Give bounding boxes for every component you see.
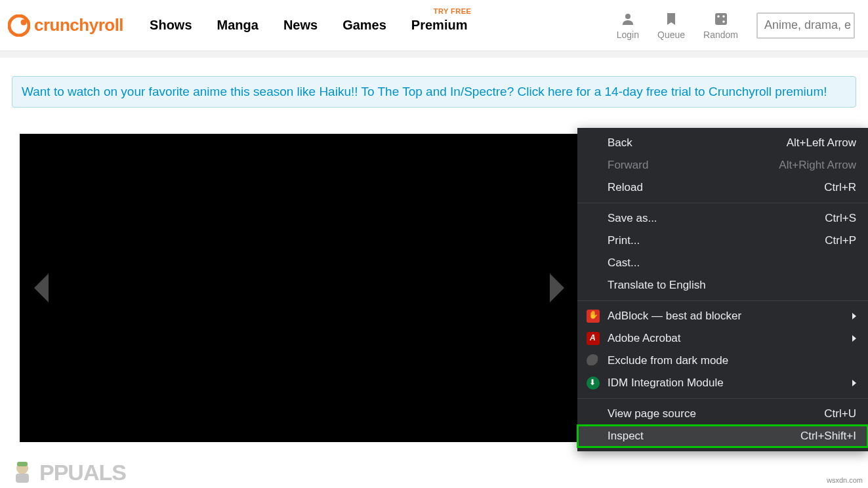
dark-mode-icon <box>587 354 600 367</box>
ctx-save-as-shortcut: Ctrl+S <box>825 212 856 225</box>
ctx-acrobat-label: Adobe Acrobat <box>608 332 681 345</box>
brand-logo[interactable]: crunchyroll <box>8 14 123 37</box>
submenu-arrow-icon <box>852 380 856 386</box>
ctx-inspect[interactable]: Inspect Ctrl+Shift+I <box>577 425 868 447</box>
ctx-save-as[interactable]: Save as... Ctrl+S <box>577 207 868 230</box>
ctx-reload-shortcut: Ctrl+R <box>824 181 856 194</box>
nav-premium-label: Premium <box>411 18 468 32</box>
ctx-idm-label: IDM Integration Module <box>608 376 724 390</box>
svg-rect-3 <box>715 13 727 25</box>
ctx-dark-label: Exclude from dark mode <box>608 354 728 367</box>
submenu-arrow-icon <box>852 313 856 319</box>
random-label: Random <box>703 30 738 40</box>
svg-point-2 <box>625 14 630 19</box>
ctx-acrobat[interactable]: Adobe Acrobat <box>577 327 868 350</box>
ctx-idm[interactable]: IDM Integration Module <box>577 372 868 394</box>
ctx-inspect-shortcut: Ctrl+Shift+I <box>800 430 856 443</box>
nav-shows[interactable]: Shows <box>150 18 192 33</box>
login-button[interactable]: Login <box>617 11 639 40</box>
sub-header-strip <box>0 51 868 58</box>
ctx-translate[interactable]: Translate to English <box>577 274 868 296</box>
ctx-separator <box>577 300 868 301</box>
ctx-back[interactable]: Back Alt+Left Arrow <box>577 132 868 154</box>
ctx-separator <box>577 398 868 399</box>
ctx-translate-label: Translate to English <box>608 279 706 292</box>
search-placeholder: Anime, drama, e <box>764 18 851 32</box>
try-free-badge: TRY FREE <box>434 7 472 15</box>
ctx-print[interactable]: Print... Ctrl+P <box>577 230 868 252</box>
adblock-icon <box>587 310 600 323</box>
watermark-icon <box>8 458 37 487</box>
ctx-save-as-label: Save as... <box>608 212 657 225</box>
player-prev-arrow[interactable] <box>34 274 49 302</box>
ctx-view-source[interactable]: View page source Ctrl+U <box>577 403 868 425</box>
promo-banner[interactable]: Want to watch on your favorite anime thi… <box>12 76 856 108</box>
video-player[interactable] <box>20 134 579 442</box>
ctx-back-shortcut: Alt+Left Arrow <box>787 136 856 150</box>
svg-point-0 <box>9 16 29 35</box>
brand-name: crunchyroll <box>34 15 123 35</box>
ctx-cast-label: Cast... <box>608 256 640 270</box>
ctx-reload[interactable]: Reload Ctrl+R <box>577 176 868 199</box>
ctx-print-shortcut: Ctrl+P <box>825 234 856 247</box>
source-credit: wsxdn.com <box>827 476 863 484</box>
nav-premium[interactable]: TRY FREE Premium <box>411 18 468 33</box>
svg-point-6 <box>722 20 725 23</box>
header: crunchyroll Shows Manga News Games TRY F… <box>0 0 868 51</box>
watermark: PPUALS <box>8 458 126 487</box>
ctx-print-label: Print... <box>608 234 640 247</box>
ctx-view-source-shortcut: Ctrl+U <box>824 407 856 420</box>
svg-point-4 <box>717 15 720 18</box>
watermark-text: PPUALS <box>39 460 126 485</box>
user-icon <box>620 11 636 27</box>
ctx-forward-label: Forward <box>608 159 648 172</box>
queue-label: Queue <box>657 30 685 40</box>
ctx-inspect-label: Inspect <box>608 430 644 443</box>
svg-point-5 <box>722 15 725 18</box>
nav-manga[interactable]: Manga <box>217 18 258 33</box>
idm-icon <box>587 376 600 390</box>
ctx-adblock[interactable]: AdBlock — best ad blocker <box>577 305 868 327</box>
search-input[interactable]: Anime, drama, e <box>756 12 855 39</box>
ctx-forward-shortcut: Alt+Right Arrow <box>779 159 856 172</box>
ctx-adblock-label: AdBlock — best ad blocker <box>608 310 741 323</box>
nav-news[interactable]: News <box>283 18 318 33</box>
ctx-reload-label: Reload <box>608 181 643 194</box>
login-label: Login <box>617 30 639 40</box>
nav-games[interactable]: Games <box>342 18 386 33</box>
bookmark-icon <box>663 11 679 27</box>
svg-rect-8 <box>17 462 28 466</box>
acrobat-icon <box>587 332 600 345</box>
ctx-exclude-dark[interactable]: Exclude from dark mode <box>577 350 868 372</box>
ctx-separator <box>577 203 868 203</box>
ctx-forward: Forward Alt+Right Arrow <box>577 154 868 176</box>
dice-icon <box>713 11 729 27</box>
header-right: Login Queue Random Anime, drama, e <box>617 11 855 40</box>
queue-button[interactable]: Queue <box>657 11 685 40</box>
player-next-arrow[interactable] <box>550 274 564 302</box>
random-button[interactable]: Random <box>703 11 738 40</box>
main-nav: Shows Manga News Games TRY FREE Premium <box>150 18 467 33</box>
context-menu: Back Alt+Left Arrow Forward Alt+Right Ar… <box>577 128 868 451</box>
ctx-view-source-label: View page source <box>608 407 696 420</box>
ctx-cast[interactable]: Cast... <box>577 252 868 274</box>
submenu-arrow-icon <box>852 335 856 342</box>
svg-point-1 <box>21 19 27 25</box>
svg-rect-9 <box>16 474 29 483</box>
crunchyroll-icon <box>8 14 30 37</box>
ctx-back-label: Back <box>608 136 632 150</box>
